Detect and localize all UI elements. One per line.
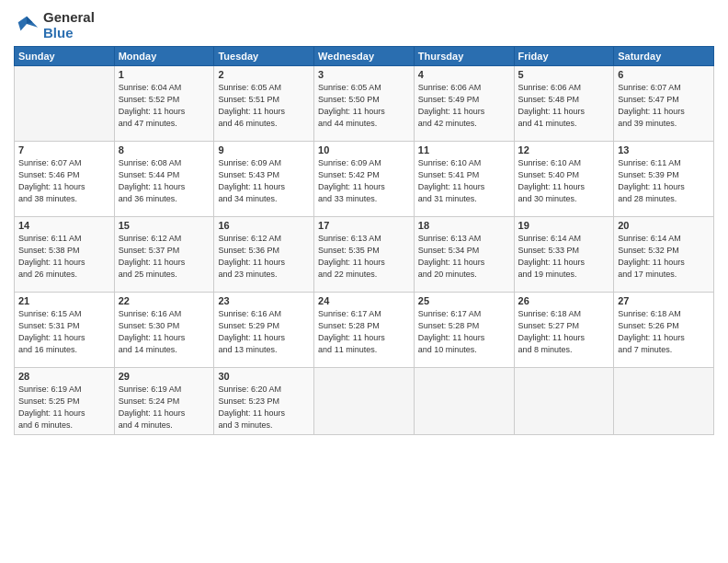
day-info: Sunrise: 6:18 AM Sunset: 5:26 PM Dayligh… [618,308,710,356]
day-number: 27 [618,295,710,306]
day-info: Sunrise: 6:13 AM Sunset: 5:34 PM Dayligh… [418,233,510,281]
calendar-cell: 3Sunrise: 6:05 AM Sunset: 5:50 PM Daylig… [314,66,415,142]
day-info: Sunrise: 6:08 AM Sunset: 5:44 PM Dayligh… [119,157,210,205]
day-number: 6 [618,69,710,80]
day-info: Sunrise: 6:07 AM Sunset: 5:47 PM Dayligh… [618,82,710,130]
day-number: 14 [18,220,110,231]
day-info: Sunrise: 6:15 AM Sunset: 5:31 PM Dayligh… [18,308,110,356]
calendar-cell [414,368,514,435]
day-info: Sunrise: 6:10 AM Sunset: 5:40 PM Dayligh… [518,157,610,205]
week-row-5: 28Sunrise: 6:19 AM Sunset: 5:25 PM Dayli… [15,368,714,435]
calendar-cell: 17Sunrise: 6:13 AM Sunset: 5:35 PM Dayli… [314,217,415,293]
week-row-1: 1Sunrise: 6:04 AM Sunset: 5:52 PM Daylig… [15,66,714,142]
day-number: 12 [518,144,610,155]
day-info: Sunrise: 6:16 AM Sunset: 5:29 PM Dayligh… [218,308,310,356]
day-number: 18 [418,220,510,231]
day-number: 26 [518,295,610,306]
calendar-cell: 14Sunrise: 6:11 AM Sunset: 5:38 PM Dayli… [15,217,115,293]
day-number: 10 [318,144,410,155]
calendar-cell: 25Sunrise: 6:17 AM Sunset: 5:28 PM Dayli… [414,293,514,368]
calendar-cell: 5Sunrise: 6:06 AM Sunset: 5:48 PM Daylig… [514,66,614,142]
calendar-cell: 18Sunrise: 6:13 AM Sunset: 5:34 PM Dayli… [414,217,514,293]
day-number: 2 [218,69,310,80]
calendar-cell [15,66,115,142]
day-info: Sunrise: 6:19 AM Sunset: 5:25 PM Dayligh… [18,384,110,431]
day-info: Sunrise: 6:19 AM Sunset: 5:24 PM Dayligh… [119,384,210,431]
calendar-cell: 30Sunrise: 6:20 AM Sunset: 5:23 PM Dayli… [214,368,314,435]
day-info: Sunrise: 6:12 AM Sunset: 5:37 PM Dayligh… [119,233,210,281]
day-info: Sunrise: 6:16 AM Sunset: 5:30 PM Dayligh… [119,308,210,356]
calendar-cell: 15Sunrise: 6:12 AM Sunset: 5:37 PM Dayli… [114,217,214,293]
calendar-cell: 20Sunrise: 6:14 AM Sunset: 5:32 PM Dayli… [614,217,714,293]
day-info: Sunrise: 6:11 AM Sunset: 5:38 PM Dayligh… [18,233,110,281]
day-info: Sunrise: 6:09 AM Sunset: 5:43 PM Dayligh… [218,157,310,205]
calendar-cell: 7Sunrise: 6:07 AM Sunset: 5:46 PM Daylig… [15,142,115,217]
day-number: 7 [18,144,110,155]
day-number: 1 [119,69,210,80]
day-info: Sunrise: 6:12 AM Sunset: 5:36 PM Dayligh… [218,233,310,281]
calendar-cell: 27Sunrise: 6:18 AM Sunset: 5:26 PM Dayli… [614,293,714,368]
calendar-cell: 2Sunrise: 6:05 AM Sunset: 5:51 PM Daylig… [214,66,314,142]
day-info: Sunrise: 6:07 AM Sunset: 5:46 PM Dayligh… [18,157,110,205]
weekday-header-monday: Monday [114,47,214,66]
day-info: Sunrise: 6:04 AM Sunset: 5:52 PM Dayligh… [119,82,210,130]
day-info: Sunrise: 6:17 AM Sunset: 5:28 PM Dayligh… [318,308,410,356]
weekday-header-wednesday: Wednesday [314,47,415,66]
day-number: 29 [119,371,210,382]
weekday-header-saturday: Saturday [614,47,714,66]
calendar-cell [614,368,714,435]
calendar-cell: 28Sunrise: 6:19 AM Sunset: 5:25 PM Dayli… [15,368,115,435]
day-number: 8 [119,144,210,155]
logo-text: General Blue [43,9,95,40]
calendar-cell: 8Sunrise: 6:08 AM Sunset: 5:44 PM Daylig… [114,142,214,217]
weekday-header-tuesday: Tuesday [214,47,314,66]
day-number: 4 [418,69,510,80]
calendar-cell: 4Sunrise: 6:06 AM Sunset: 5:49 PM Daylig… [414,66,514,142]
day-number: 13 [618,144,710,155]
day-number: 30 [218,371,310,382]
day-number: 17 [318,220,410,231]
week-row-2: 7Sunrise: 6:07 AM Sunset: 5:46 PM Daylig… [15,142,714,217]
day-number: 23 [218,295,310,306]
day-number: 22 [119,295,210,306]
day-info: Sunrise: 6:14 AM Sunset: 5:33 PM Dayligh… [518,233,610,281]
day-number: 16 [218,220,310,231]
calendar-cell: 29Sunrise: 6:19 AM Sunset: 5:24 PM Dayli… [114,368,214,435]
calendar-cell: 12Sunrise: 6:10 AM Sunset: 5:40 PM Dayli… [514,142,614,217]
calendar-cell: 6Sunrise: 6:07 AM Sunset: 5:47 PM Daylig… [614,66,714,142]
day-number: 3 [318,69,410,80]
day-info: Sunrise: 6:05 AM Sunset: 5:51 PM Dayligh… [218,82,310,130]
day-number: 15 [119,220,210,231]
calendar-cell: 16Sunrise: 6:12 AM Sunset: 5:36 PM Dayli… [214,217,314,293]
logo-bird-icon [14,12,40,38]
day-number: 28 [18,371,110,382]
calendar-cell: 10Sunrise: 6:09 AM Sunset: 5:42 PM Dayli… [314,142,415,217]
day-info: Sunrise: 6:17 AM Sunset: 5:28 PM Dayligh… [418,308,510,356]
day-info: Sunrise: 6:11 AM Sunset: 5:39 PM Dayligh… [618,157,710,205]
logo: General Blue [14,9,95,40]
calendar-cell: 23Sunrise: 6:16 AM Sunset: 5:29 PM Dayli… [214,293,314,368]
day-number: 24 [318,295,410,306]
calendar-cell: 24Sunrise: 6:17 AM Sunset: 5:28 PM Dayli… [314,293,415,368]
day-info: Sunrise: 6:20 AM Sunset: 5:23 PM Dayligh… [218,384,310,431]
day-info: Sunrise: 6:09 AM Sunset: 5:42 PM Dayligh… [318,157,410,205]
day-number: 19 [518,220,610,231]
page: General Blue SundayMondayTuesdayWednesda… [0,0,728,563]
day-info: Sunrise: 6:06 AM Sunset: 5:49 PM Dayligh… [418,82,510,130]
day-info: Sunrise: 6:05 AM Sunset: 5:50 PM Dayligh… [318,82,410,130]
calendar-cell: 9Sunrise: 6:09 AM Sunset: 5:43 PM Daylig… [214,142,314,217]
calendar-cell: 21Sunrise: 6:15 AM Sunset: 5:31 PM Dayli… [15,293,115,368]
day-info: Sunrise: 6:10 AM Sunset: 5:41 PM Dayligh… [418,157,510,205]
day-info: Sunrise: 6:06 AM Sunset: 5:48 PM Dayligh… [518,82,610,130]
calendar-cell: 19Sunrise: 6:14 AM Sunset: 5:33 PM Dayli… [514,217,614,293]
header: General Blue [14,9,714,40]
day-number: 25 [418,295,510,306]
calendar-cell: 22Sunrise: 6:16 AM Sunset: 5:30 PM Dayli… [114,293,214,368]
day-number: 5 [518,69,610,80]
week-row-3: 14Sunrise: 6:11 AM Sunset: 5:38 PM Dayli… [15,217,714,293]
calendar-cell [314,368,415,435]
calendar-cell: 13Sunrise: 6:11 AM Sunset: 5:39 PM Dayli… [614,142,714,217]
calendar-table: SundayMondayTuesdayWednesdayThursdayFrid… [14,46,714,435]
day-number: 21 [18,295,110,306]
calendar-cell: 26Sunrise: 6:18 AM Sunset: 5:27 PM Dayli… [514,293,614,368]
